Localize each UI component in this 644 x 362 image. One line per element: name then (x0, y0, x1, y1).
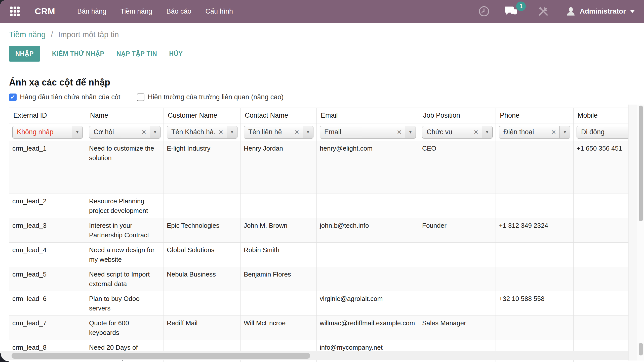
dropdown-arrow-icon[interactable]: ▼ (227, 126, 237, 138)
dropdown-arrow-icon[interactable]: ▼ (150, 126, 160, 138)
person-icon (566, 6, 576, 17)
show-relational-fields-option: Hiện trường của trường liên quan (nâng c… (137, 93, 284, 101)
column-header: Email (317, 108, 419, 123)
field-mapping-select[interactable]: Cơ hội✕▼ (89, 126, 160, 139)
messages-button[interactable]: 1 (505, 6, 518, 17)
test-import-button[interactable]: KIỂM THỬ NHẬP (52, 50, 104, 57)
cancel-button[interactable]: HỦY (169, 50, 183, 57)
selected-field-label: Tên liên hệ (244, 128, 291, 136)
cell: Benjamin Flores (241, 267, 317, 291)
import-button[interactable]: NHẬP (9, 46, 40, 62)
load-file-button[interactable]: NẠP TẬP TIN (116, 50, 157, 57)
mapping-cell: Cơ hội✕▼ (86, 123, 164, 141)
first-row-has-labels-checkbox[interactable] (9, 94, 17, 101)
import-options: Hàng đầu tiên chứa nhãn của cột Hiện trư… (9, 93, 644, 101)
user-name: Administrator (580, 7, 626, 15)
cell (241, 291, 317, 316)
field-mapping-select[interactable]: Không nhập▼ (12, 126, 83, 139)
navbar-right: 1 Administrator (478, 6, 644, 17)
clock-icon[interactable] (478, 6, 490, 17)
field-mapping-select[interactable]: Chức vụ✕▼ (422, 126, 493, 139)
cell (317, 194, 419, 218)
dropdown-arrow-icon[interactable]: ▼ (559, 126, 570, 138)
cell (241, 194, 317, 218)
main-menu: Bán hàng Tiềm năng Báo cáo Cấu hình (77, 8, 233, 15)
cell: Global Solutions (164, 243, 241, 267)
cell: +32 10 588 558 (496, 291, 574, 316)
cell (419, 267, 496, 291)
cell: Robin Smith (241, 243, 317, 267)
cell (164, 194, 241, 218)
field-mapping-select[interactable]: Điện thoại✕▼ (499, 126, 570, 139)
menu-leads[interactable]: Tiềm năng (120, 8, 152, 15)
cell: Resource Planning project development (86, 194, 164, 218)
table-row: crm_lead_6Plan to buy Odoo serversvirgin… (9, 291, 629, 316)
caret-down-icon (630, 10, 635, 13)
selected-field-label: Tên Khách hà... (167, 128, 215, 136)
clear-field-icon[interactable]: ✕ (291, 129, 303, 136)
column-header: Contact Name (241, 108, 317, 123)
clear-field-icon[interactable]: ✕ (138, 129, 150, 136)
mapping-cell: Di động✕▼ (574, 123, 629, 141)
selected-field-label: Điện thoại (499, 128, 548, 136)
import-table: External IDNameCustomer NameContact Name… (9, 108, 628, 362)
mapping-cell: Tên Khách hà...✕▼ (164, 123, 241, 141)
field-mapping-select[interactable]: Tên Khách hà...✕▼ (167, 126, 237, 139)
menu-configuration[interactable]: Cấu hình (205, 8, 233, 15)
clear-field-icon[interactable]: ✕ (470, 129, 482, 136)
user-menu[interactable]: Administrator (566, 6, 635, 17)
first-row-has-labels-option: Hàng đầu tiên chứa nhãn của cột (9, 93, 120, 101)
dropdown-arrow-icon[interactable]: ▼ (72, 126, 83, 138)
first-row-has-labels-label: Hàng đầu tiên chứa nhãn của cột (20, 93, 120, 101)
dropdown-arrow-icon[interactable]: ▼ (405, 126, 416, 138)
cell (317, 243, 419, 267)
wrench-screwdriver-icon[interactable] (538, 6, 549, 17)
menu-sales[interactable]: Bán hàng (77, 8, 106, 15)
table-row: crm_lead_3Interest in your Partnership C… (9, 218, 629, 243)
cell: CEO (419, 141, 496, 194)
horizontal-scrollbar-thumb[interactable] (12, 353, 310, 359)
show-relational-fields-checkbox[interactable] (137, 94, 144, 101)
menu-reporting[interactable]: Báo cáo (166, 8, 191, 15)
cell: john.b@tech.info (317, 218, 419, 243)
breadcrumb-leads-link[interactable]: Tiềm năng (9, 30, 46, 39)
apps-grid-icon[interactable] (10, 7, 20, 16)
dropdown-arrow-icon[interactable]: ▼ (303, 126, 313, 138)
cell (574, 267, 629, 291)
clear-field-icon[interactable]: ✕ (215, 129, 227, 136)
column-header: Mobile (574, 108, 629, 123)
action-bar: NHẬP KIỂM THỬ NHẬP NẠP TẬP TIN HỦY (0, 39, 644, 62)
cell (164, 291, 241, 316)
field-mapping-select[interactable]: Email✕▼ (320, 126, 416, 139)
vertical-scrollbar-thumb[interactable] (639, 106, 643, 221)
breadcrumb-separator: / (51, 30, 53, 39)
top-navbar: CRM Bán hàng Tiềm năng Báo cáo Cấu hình … (0, 0, 644, 23)
cell (574, 218, 629, 243)
table-row: crm_lead_4Need a new design for my websi… (9, 243, 629, 267)
clear-field-icon[interactable]: ✕ (393, 129, 405, 136)
cell (496, 141, 574, 194)
field-mapping-select[interactable]: Tên liên hệ✕▼ (244, 126, 313, 139)
table-row: crm_lead_5Need script to Import external… (9, 267, 629, 291)
cell: Henry Jordan (241, 141, 317, 194)
cell: E-light Industry (164, 141, 241, 194)
cell: crm_lead_6 (9, 291, 86, 316)
cell: crm_lead_3 (9, 218, 86, 243)
cell (574, 316, 629, 340)
cell: Will McEncroe (241, 316, 317, 340)
cell: crm_lead_1 (9, 141, 86, 194)
selected-field-label: Email (320, 128, 393, 136)
right-gutter (628, 105, 637, 360)
cell (419, 291, 496, 316)
cell (496, 243, 574, 267)
cell: Sales Manager (419, 316, 496, 340)
cell: John M. Brown (241, 218, 317, 243)
clear-field-icon[interactable]: ✕ (548, 129, 559, 136)
cell: crm_lead_5 (9, 267, 86, 291)
cell: Plan to buy Odoo servers (86, 291, 164, 316)
column-header: Job Position (419, 108, 496, 123)
divider (0, 68, 644, 68)
dropdown-arrow-icon[interactable]: ▼ (482, 126, 492, 138)
field-mapping-select[interactable]: Di động✕▼ (577, 126, 628, 139)
messages-badge: 1 (516, 2, 526, 11)
